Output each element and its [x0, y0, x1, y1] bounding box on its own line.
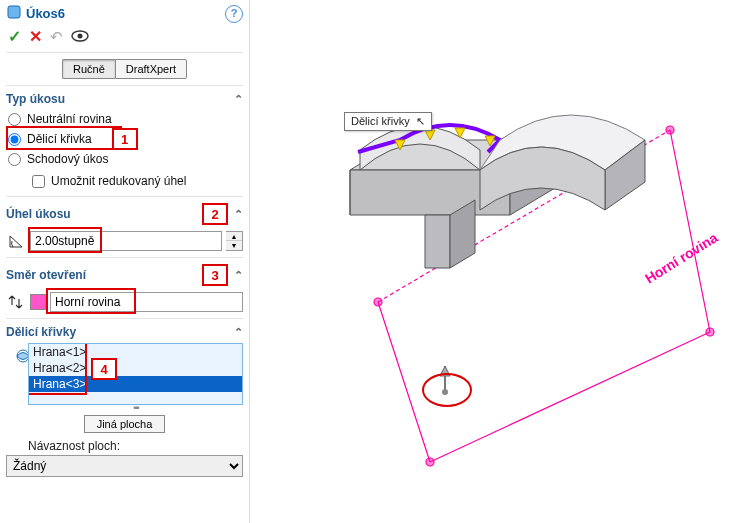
- feature-title: Úkos6: [26, 6, 65, 21]
- checkbox-reduced-angle[interactable]: Umožnit redukovaný úhel: [30, 172, 243, 190]
- radio-step-draft[interactable]: Schodový úkos: [6, 150, 243, 168]
- list-item[interactable]: Hrana<3>: [29, 376, 242, 392]
- property-panel: Úkos6 ? ✓ ✕ ↶ Ručně DraftXpert Typ úkosu…: [0, 0, 250, 523]
- direction-swatch: [30, 294, 46, 310]
- continuity-select[interactable]: Žádný: [6, 455, 243, 477]
- graphics-viewport[interactable]: Dělicí křivky ↖ Horní rovina: [250, 0, 750, 523]
- cancel-button[interactable]: ✕: [29, 27, 42, 46]
- viewport-tooltip: Dělicí křivky ↖: [344, 112, 432, 131]
- radio-parting-line[interactable]: Dělicí křivka: [6, 130, 94, 148]
- annotation-circle: [422, 373, 472, 407]
- angle-icon: [6, 231, 26, 251]
- continuity-label: Návaznost ploch:: [6, 437, 243, 455]
- angle-input[interactable]: [30, 231, 222, 251]
- direction-input[interactable]: [50, 292, 243, 312]
- ok-button[interactable]: ✓: [8, 27, 21, 46]
- svg-rect-0: [8, 6, 20, 18]
- svg-point-2: [78, 33, 83, 38]
- preview-icon[interactable]: [71, 29, 89, 45]
- chevron-up-icon[interactable]: ⌃: [234, 93, 243, 106]
- section-title-angle: Úhel úkosu: [6, 207, 71, 221]
- chevron-up-icon[interactable]: ⌃: [234, 269, 243, 282]
- other-face-button[interactable]: Jiná plocha: [84, 415, 166, 433]
- tab-manual[interactable]: Ručně: [62, 59, 115, 79]
- parting-edges-list[interactable]: Hrana<1> Hrana<2> Hrana<3> 4: [28, 343, 243, 405]
- angle-spin-down[interactable]: ▼: [226, 241, 242, 250]
- reverse-direction-icon[interactable]: [6, 292, 26, 312]
- help-icon[interactable]: ?: [225, 5, 243, 23]
- radio-neutral-plane[interactable]: Neutrální rovina: [6, 110, 243, 128]
- section-title-direction: Směr otevření: [6, 268, 86, 282]
- list-item[interactable]: Hrana<2>: [29, 360, 242, 376]
- chevron-up-icon[interactable]: ⌃: [234, 208, 243, 221]
- feature-icon: [6, 4, 22, 23]
- undo-icon[interactable]: ↶: [50, 28, 63, 46]
- section-title-type: Typ úkosu: [6, 92, 65, 106]
- list-resize-handle[interactable]: • • •: [28, 405, 243, 411]
- list-item[interactable]: Hrana<1>: [29, 344, 242, 360]
- section-title-parting: Dělicí křivky: [6, 325, 76, 339]
- tab-draftxpert[interactable]: DraftXpert: [115, 59, 187, 79]
- chevron-up-icon[interactable]: ⌃: [234, 326, 243, 339]
- angle-spin-up[interactable]: ▲: [226, 232, 242, 241]
